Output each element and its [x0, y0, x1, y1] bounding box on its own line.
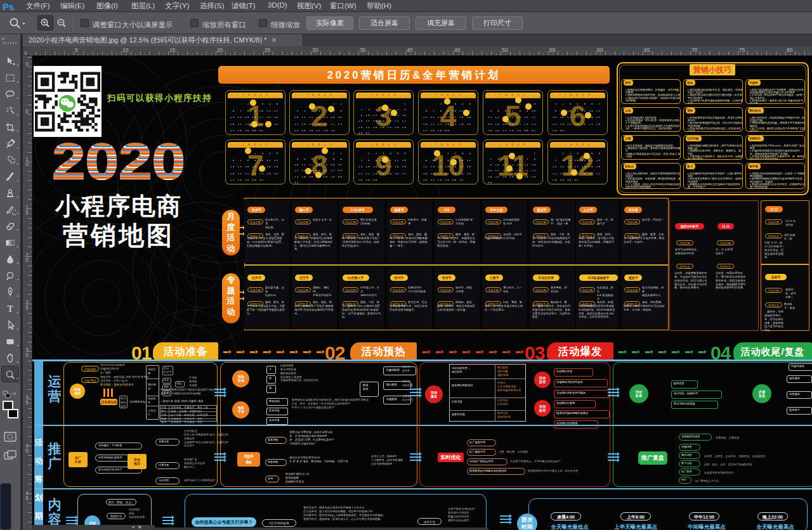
svg-text:T: T [8, 304, 14, 314]
